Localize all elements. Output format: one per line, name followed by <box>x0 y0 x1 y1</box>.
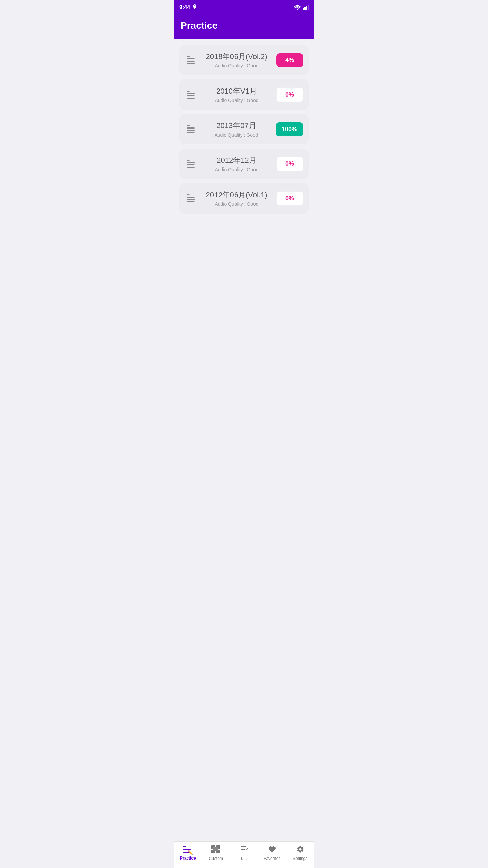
card-badge-5: 0% <box>276 191 303 206</box>
card-badge-3: 100% <box>276 122 303 136</box>
svg-rect-4 <box>306 6 307 10</box>
page-title: Practice <box>181 20 307 31</box>
card-badge-4: 0% <box>276 157 303 171</box>
card-content-3: 2013年07月 Audio Quality : Good <box>201 121 271 138</box>
card-content-5: 2012年06月(Vol.1) Audio Quality : Good <box>201 190 272 207</box>
svg-rect-3 <box>304 7 306 10</box>
card-item-5[interactable]: 2012年06月(Vol.1) Audio Quality : Good 0% <box>179 183 309 214</box>
card-title-4: 2012年12月 <box>201 155 272 165</box>
card-title-5: 2012年06月(Vol.1) <box>201 190 272 200</box>
card-list-icon-4 <box>185 160 197 168</box>
status-bar: 9:44 <box>174 0 314 15</box>
svg-point-1 <box>297 9 298 10</box>
card-list-icon-3 <box>185 125 197 133</box>
card-subtitle-4: Audio Quality : Good <box>201 167 272 172</box>
cards-list: 2018年06月(Vol.2) Audio Quality : Good 4% … <box>174 39 314 840</box>
card-list-icon-2 <box>185 91 197 99</box>
card-title-3: 2013年07月 <box>201 121 271 131</box>
card-subtitle-1: Audio Quality : Good <box>201 63 272 68</box>
card-item-1[interactable]: 2018年06月(Vol.2) Audio Quality : Good 4% <box>179 45 309 75</box>
status-bar-left: 9:44 <box>179 4 197 11</box>
svg-rect-2 <box>303 8 304 10</box>
card-subtitle-5: Audio Quality : Good <box>201 201 272 207</box>
status-time: 9:44 <box>179 4 190 11</box>
location-icon <box>192 4 197 11</box>
svg-rect-5 <box>308 5 309 10</box>
page-header: Practice <box>174 15 314 39</box>
card-badge-2: 0% <box>276 87 303 102</box>
card-item-3[interactable]: 2013年07月 Audio Quality : Good 100% <box>179 114 309 144</box>
card-subtitle-2: Audio Quality : Good <box>201 98 272 103</box>
card-content-2: 2010年V1月 Audio Quality : Good <box>201 86 272 103</box>
card-title-2: 2010年V1月 <box>201 86 272 96</box>
card-list-icon-1 <box>185 56 197 64</box>
card-list-icon-5 <box>185 194 197 202</box>
card-badge-1: 4% <box>276 53 303 67</box>
card-item-2[interactable]: 2010年V1月 Audio Quality : Good 0% <box>179 79 309 110</box>
card-subtitle-3: Audio Quality : Good <box>201 132 271 138</box>
signal-icon <box>303 5 309 10</box>
card-content-4: 2012年12月 Audio Quality : Good <box>201 155 272 172</box>
status-bar-right <box>294 5 309 10</box>
wifi-icon <box>294 5 301 10</box>
svg-point-0 <box>194 5 195 7</box>
card-content-1: 2018年06月(Vol.2) Audio Quality : Good <box>201 52 272 68</box>
card-title-1: 2018年06月(Vol.2) <box>201 52 272 62</box>
card-item-4[interactable]: 2012年12月 Audio Quality : Good 0% <box>179 149 309 179</box>
